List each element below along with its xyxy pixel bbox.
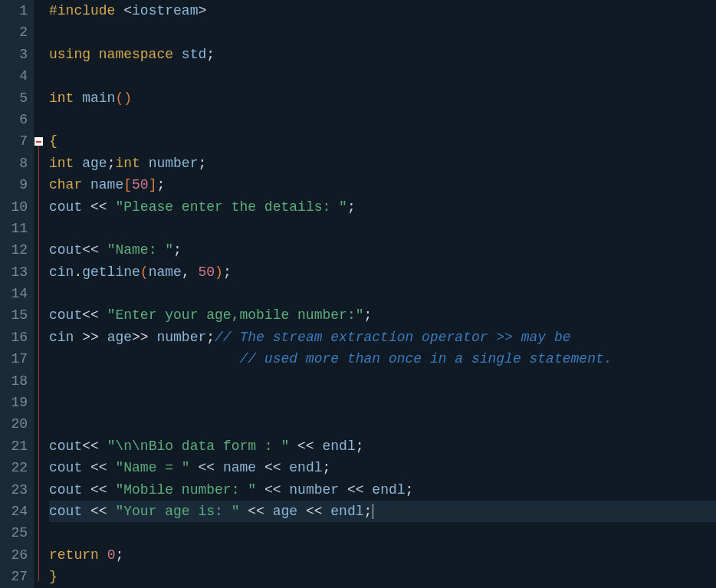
line-number: 11	[0, 218, 28, 239]
token-punc: ;	[173, 242, 182, 258]
line-number: 25	[0, 522, 28, 544]
token-punc: ;	[206, 330, 215, 345]
token-pre: return	[49, 547, 107, 563]
line-number: 20	[0, 413, 28, 435]
token-op: >>	[74, 330, 107, 345]
token-op: <<	[82, 307, 107, 323]
token-op: >>	[132, 330, 156, 345]
token-op: <<	[256, 460, 289, 475]
line-number: 22	[0, 457, 28, 478]
token-kw: cout	[49, 504, 82, 519]
line-number-gutter: 1234567891011121314151617181920212223242…	[0, 0, 34, 588]
code-line[interactable]	[49, 522, 716, 544]
fold-guide-line	[38, 146, 39, 581]
token-str: "Your age is: "	[115, 504, 239, 519]
code-line[interactable]: char name[50];	[49, 174, 716, 195]
token-kw: std	[182, 47, 206, 62]
line-number: 2	[0, 21, 28, 43]
fold-toggle-icon[interactable]	[34, 137, 43, 146]
token-op: <<	[82, 439, 107, 454]
token-punc	[49, 351, 239, 366]
token-num: 0	[107, 547, 116, 563]
token-brace: }	[49, 569, 57, 584]
token-op: <<	[190, 460, 223, 475]
token-brkt: (	[140, 264, 149, 280]
token-kw: iostream	[132, 3, 198, 18]
token-str: "\n\nBio data form : "	[107, 439, 290, 454]
code-line[interactable]	[49, 21, 716, 43]
code-line[interactable]: cout<< "Name: ";	[49, 239, 716, 261]
token-kw: name	[149, 264, 182, 280]
token-op: <<	[82, 482, 115, 498]
token-op: <<	[256, 482, 289, 498]
line-number: 18	[0, 370, 28, 392]
text-cursor	[373, 504, 373, 519]
token-pre: int	[115, 156, 148, 171]
code-line[interactable]: cout<< "Enter your age,mobile number:";	[49, 304, 716, 326]
token-op: <<	[297, 504, 330, 519]
line-number: 3	[0, 44, 28, 65]
token-str: "Please enter the details: "	[115, 199, 347, 215]
line-number: 27	[0, 566, 28, 587]
token-kw: endl	[289, 460, 322, 475]
line-number: 9	[0, 174, 28, 195]
token-kw: getline	[82, 264, 140, 280]
token-kw: cout	[49, 242, 82, 258]
line-number: 17	[0, 348, 28, 370]
code-line[interactable]: cin >> age>> number;// The stream extrac…	[49, 327, 716, 348]
token-kw: cout	[49, 307, 82, 323]
token-op: <<	[82, 242, 107, 258]
line-number: 14	[0, 283, 28, 304]
token-pre: using	[49, 47, 99, 62]
line-number: 10	[0, 196, 28, 218]
token-brkt: )	[215, 264, 223, 280]
token-kw: main	[82, 90, 115, 106]
token-punc: .	[74, 264, 82, 280]
code-line[interactable]: {	[49, 130, 716, 152]
token-kw: endl	[322, 439, 355, 454]
line-number: 16	[0, 327, 28, 348]
token-kw: number	[149, 156, 199, 171]
line-number: 12	[0, 239, 28, 261]
code-line[interactable]	[49, 218, 716, 239]
code-line[interactable]: cout << "Mobile number: " << number << e…	[49, 479, 716, 501]
code-line[interactable]: cout << "Your age is: " << age << endl;	[49, 501, 716, 522]
token-punc: ;	[198, 156, 206, 171]
code-line[interactable]	[49, 392, 716, 413]
code-line[interactable]	[49, 65, 716, 87]
token-kw: cout	[49, 199, 82, 215]
token-kw: age	[107, 330, 132, 345]
token-kw: cin	[49, 264, 74, 280]
token-punc: ;	[115, 547, 123, 563]
token-punc: ;	[223, 264, 232, 280]
token-punc: <	[123, 3, 132, 18]
code-line[interactable]: // used more than once in a single state…	[49, 348, 716, 370]
code-line[interactable]: int main()	[49, 87, 716, 109]
code-line[interactable]	[49, 283, 716, 304]
line-number: 26	[0, 544, 28, 566]
code-line[interactable]: using namespace std;	[49, 44, 716, 65]
token-op: <<	[82, 460, 115, 475]
code-line[interactable]: cout<< "\n\nBio data form : " << endl;	[49, 435, 716, 457]
code-line[interactable]: cout << "Name = " << name << endl;	[49, 457, 716, 478]
code-line[interactable]: cout << "Please enter the details: ";	[49, 196, 716, 218]
line-number: 8	[0, 153, 28, 174]
code-line[interactable]	[49, 109, 716, 130]
code-line[interactable]: return 0;	[49, 544, 716, 566]
line-number: 24	[0, 501, 28, 522]
token-str: "Mobile number: "	[115, 482, 256, 498]
token-op: <<	[82, 504, 115, 519]
token-str: "Name: "	[107, 242, 173, 258]
token-kw: endl	[372, 482, 405, 498]
code-line[interactable]: #include <iostream>	[49, 0, 716, 21]
code-editor-area[interactable]: #include <iostream> using namespace std;…	[44, 0, 716, 588]
code-line[interactable]: int age;int number;	[49, 153, 716, 174]
code-line[interactable]	[49, 370, 716, 392]
code-line[interactable]: cin.getline(name, 50);	[49, 261, 716, 283]
code-line[interactable]	[49, 413, 716, 435]
token-op: <<	[289, 439, 322, 454]
code-line[interactable]: }	[49, 566, 716, 587]
token-cmt: // used more than once in a single state…	[239, 351, 612, 366]
token-kw: number	[156, 330, 206, 345]
token-punc: ,	[182, 264, 199, 280]
